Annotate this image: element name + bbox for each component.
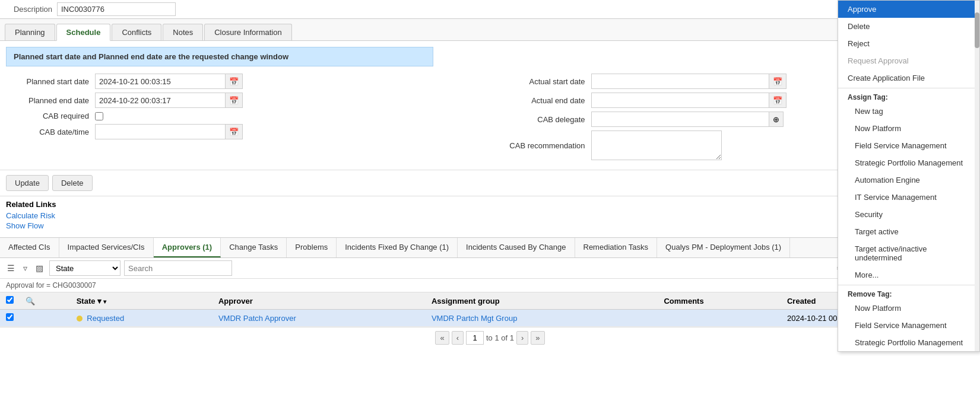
show-flow-link[interactable]: Show Flow (6, 221, 974, 230)
bottom-tab-qualys-pm[interactable]: Qualys PM - Deployment Jobs (1) (657, 238, 790, 257)
row-approver-cell: VMDR Patch Approver (213, 310, 426, 327)
remove-tag-section: Remove Tag: (838, 287, 979, 300)
bottom-tab-remediation-tasks[interactable]: Remediation Tasks (575, 238, 658, 257)
pagination-bar: « ‹ 1 to 1 of 1 › » (0, 327, 980, 348)
dropdown-remove-now-platform[interactable]: Now Platform (838, 300, 979, 317)
actual-end-date-input[interactable] (591, 93, 769, 108)
state-dot (77, 316, 83, 322)
dropdown-request-approval: Request Approval (838, 52, 979, 69)
dropdown-menu: Approve Delete Reject Request Approval C… (838, 0, 980, 352)
bottom-tabs-bar: Affected CIs Impacted Services/CIs Appro… (0, 237, 980, 258)
cab-recommendation-label: CAB recommendation (502, 141, 591, 150)
schedule-banner: Planned start date and Planned end date … (6, 47, 433, 66)
cab-delegate-input[interactable] (591, 112, 769, 127)
scrollbar-thumb[interactable] (975, 12, 979, 48)
dropdown-remove-field-service[interactable]: Field Service Management (838, 317, 979, 334)
approvers-table: 🔍 State ▾ Approver Assignment group Comm… (0, 292, 980, 327)
cab-required-checkbox[interactable] (95, 112, 103, 120)
state-column-label[interactable]: State ▾ (77, 297, 106, 306)
bottom-tab-incidents-fixed[interactable]: Incidents Fixed By Change (1) (337, 238, 458, 257)
description-value: INC0030776 (57, 2, 176, 16)
actual-start-date-input[interactable] (591, 74, 769, 89)
dropdown-now-platform[interactable]: Now Platform (838, 120, 979, 137)
dropdown-delete[interactable]: Delete (838, 18, 979, 35)
schedule-content: Planned start date and Planned end date … (0, 41, 980, 170)
bottom-tab-affected-cis[interactable]: Affected CIs (0, 238, 59, 257)
dropdown-more[interactable]: More... (838, 266, 979, 284)
current-page: 1 (466, 331, 484, 345)
search-icon[interactable]: 🔍 (26, 297, 35, 306)
page-info: to 1 of 1 (486, 333, 514, 342)
select-all-checkbox[interactable] (6, 296, 14, 304)
row-assignment-group-cell: VMDR Partch Mgt Group (426, 310, 658, 327)
delete-button[interactable]: Delete (52, 175, 93, 191)
row-actions-cell (20, 310, 71, 327)
row-checkbox[interactable] (6, 313, 14, 321)
dropdown-automation-engine[interactable]: Automation Engine (838, 171, 979, 189)
dropdown-new-tag[interactable]: New tag (838, 103, 979, 120)
next-page-button[interactable]: › (516, 331, 528, 345)
state-filter-select[interactable]: State (49, 260, 120, 276)
planned-end-date-calendar-button[interactable]: 📅 (225, 93, 243, 108)
search-input[interactable] (124, 260, 232, 276)
th-approver: Approver (213, 292, 426, 310)
table-header-row: 🔍 State ▾ Approver Assignment group Comm… (0, 292, 980, 310)
hamburger-icon[interactable]: ☰ (5, 262, 17, 274)
dropdown-field-service-mgmt[interactable]: Field Service Management (838, 137, 979, 154)
dropdown-reject[interactable]: Reject (838, 35, 979, 52)
table-toolbar: ☰ ▿ ▨ State Actions on selected rows... (0, 258, 980, 279)
related-links-title: Related Links (6, 200, 974, 209)
bottom-tab-change-tasks[interactable]: Change Tasks (221, 238, 287, 257)
dropdown-target-active-inactive[interactable]: Target active/inactive undetermined (838, 240, 979, 266)
dropdown-create-application-file[interactable]: Create Application File (838, 69, 979, 87)
actual-end-date-calendar-button[interactable]: 📅 (769, 93, 786, 108)
action-buttons-bar: Update Delete (0, 170, 980, 196)
planned-start-date-label: Planned start date (6, 77, 95, 86)
bottom-tab-impacted-services[interactable]: Impacted Services/CIs (59, 238, 154, 257)
th-comments: Comments (658, 292, 781, 310)
dropdown-remove-strategic-portfolio[interactable]: Strategic Portfolio Management (838, 334, 979, 351)
tab-closure-information[interactable]: Closure Information (204, 24, 291, 40)
cab-required-row: CAB required (6, 112, 478, 120)
first-page-button[interactable]: « (435, 331, 449, 345)
schedule-form-grid: Planned start date 📅 Planned end date 📅 … (6, 74, 974, 164)
approver-value[interactable]: VMDR Patch Approver (218, 314, 296, 323)
dropdown-target-active[interactable]: Target active (838, 223, 979, 240)
dropdown-it-service-mgmt[interactable]: IT Service Management (838, 189, 979, 206)
cab-date-time-row: CAB date/time 📅 (6, 124, 478, 139)
tab-planning[interactable]: Planning (5, 24, 55, 40)
cab-date-time-input[interactable] (95, 124, 226, 139)
last-page-button[interactable]: » (531, 331, 544, 345)
planned-end-date-label: Planned end date (6, 96, 95, 105)
dropdown-strategic-portfolio[interactable]: Strategic Portfolio Management (838, 154, 979, 171)
cab-recommendation-textarea[interactable] (591, 131, 722, 160)
tag-icon[interactable]: ▨ (33, 262, 46, 274)
actual-start-date-calendar-button[interactable]: 📅 (769, 74, 786, 89)
cab-delegate-button[interactable]: ⊕ (769, 112, 784, 127)
planned-start-date-input[interactable] (95, 74, 226, 89)
prev-page-button[interactable]: ‹ (452, 331, 464, 345)
update-button[interactable]: Update (6, 175, 49, 191)
actual-end-date-label: Actual end date (502, 96, 591, 105)
bottom-tab-approvers[interactable]: Approvers (1) (154, 238, 221, 257)
cab-date-time-calendar-button[interactable]: 📅 (225, 124, 243, 139)
table-row: Requested VMDR Patch Approver VMDR Partc… (0, 310, 980, 327)
bottom-tab-incidents-caused[interactable]: Incidents Caused By Change (458, 238, 575, 257)
tab-conflicts[interactable]: Conflicts (112, 24, 161, 40)
bottom-tab-problems[interactable]: Problems (287, 238, 337, 257)
th-state: State ▾ (71, 292, 213, 310)
assignment-group-value[interactable]: VMDR Partch Mgt Group (432, 314, 518, 323)
dropdown-approve[interactable]: Approve (838, 1, 979, 18)
planned-start-date-calendar-button[interactable]: 📅 (225, 74, 243, 89)
tab-notes[interactable]: Notes (163, 24, 203, 40)
tab-schedule[interactable]: Schedule (56, 24, 111, 41)
schedule-left-col: Planned start date 📅 Planned end date 📅 … (6, 74, 478, 164)
filter-icon[interactable]: ▿ (21, 262, 30, 274)
state-value[interactable]: Requested (87, 314, 124, 323)
cab-date-time-label: CAB date/time (6, 128, 95, 136)
planned-end-date-input[interactable] (95, 93, 226, 108)
assign-tag-section: Assign Tag: (838, 90, 979, 103)
calculate-risk-link[interactable]: Calculate Risk (6, 211, 974, 220)
main-container: Description INC0030776 Planning Schedule… (0, 0, 980, 420)
dropdown-security[interactable]: Security (838, 206, 979, 223)
